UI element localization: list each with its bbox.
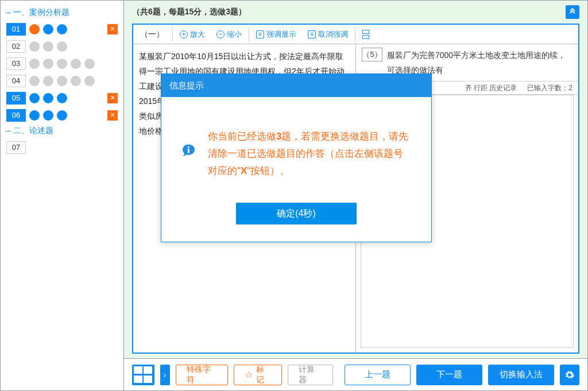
info-icon: [182, 135, 195, 166]
question-number[interactable]: 03: [6, 57, 26, 70]
dot-icon: [29, 59, 40, 69]
modal-message: 你当前已经选做3题，若需更换选做题目，请先清除一道已选做题目的作答（点击左侧该题…: [208, 128, 411, 180]
content-toolbar: （一） +放大 −缩小 ≡强调显示 ≡取消强调: [133, 25, 578, 44]
dot-icon: [43, 110, 53, 121]
special-chars-button[interactable]: 特殊字符: [176, 365, 229, 385]
clear-answer-button[interactable]: ×: [107, 110, 118, 121]
dot-icon: [29, 41, 40, 52]
progress-dots: [29, 41, 67, 52]
expand-arrow-button[interactable]: ›: [160, 365, 170, 385]
dot-icon: [57, 76, 67, 86]
bottom-bar: › 特殊字符 ☆标记 计算器 上一题 下一题 切换输入法: [124, 358, 587, 390]
part-label: （一）: [133, 29, 171, 40]
progress-dots: [29, 93, 67, 103]
plus-icon: +: [180, 30, 188, 38]
progress-dots: [29, 110, 67, 121]
modal-body: 你当前已经选做3题，若需更换选做题目，请先清除一道已选做题目的作答（点击左侧该题…: [161, 97, 431, 193]
split-icon: [362, 30, 369, 39]
unhighlight-icon: ≡: [308, 30, 316, 38]
section1-title: –一、案例分析题: [6, 7, 118, 18]
modal-footer: 确定(4秒): [161, 193, 431, 242]
ime-switch-button[interactable]: 切换输入法: [488, 365, 554, 385]
question-row[interactable]: 06×: [6, 109, 118, 122]
question-row[interactable]: 05×: [6, 91, 118, 105]
collapse-button[interactable]: [566, 5, 579, 19]
calculator-button[interactable]: 计算器: [288, 365, 332, 385]
dot-icon: [57, 110, 67, 121]
progress-dots: [29, 76, 95, 86]
minus-icon: −: [216, 30, 225, 38]
question-number[interactable]: 01: [6, 23, 26, 36]
mark-button[interactable]: ☆标记: [234, 365, 282, 385]
question-row[interactable]: 01×: [6, 22, 118, 36]
prev-question-button[interactable]: 上一题: [345, 365, 411, 385]
dot-icon: [57, 24, 67, 34]
char-count: 已输入字数：2: [527, 83, 572, 93]
highlight-icon: ≡: [256, 30, 264, 38]
info-modal: 信息提示 你当前已经选做3题，若需更换选做题目，请先清除一道已选做题目的作答（点…: [161, 73, 432, 242]
question-number[interactable]: 05: [6, 92, 26, 104]
zoom-out-button[interactable]: −缩小: [211, 26, 247, 43]
dot-icon: [29, 76, 40, 86]
instructions-bar: （共6题，每题15分，选做3题）: [124, 1, 587, 24]
dot-icon: [43, 41, 53, 52]
svg-point-1: [188, 146, 189, 148]
settings-button[interactable]: [560, 365, 579, 385]
dot-icon: [71, 76, 81, 86]
gear-icon: [564, 370, 575, 380]
dot-icon: [29, 93, 40, 103]
question-number[interactable]: 07: [6, 141, 26, 154]
question-grid-button[interactable]: [132, 365, 154, 385]
dot-icon: [43, 76, 53, 86]
clear-answer-button[interactable]: ×: [107, 93, 118, 103]
unemphasize-button[interactable]: ≡取消强调: [302, 26, 354, 43]
question-row[interactable]: 04: [6, 74, 118, 88]
question-number[interactable]: 02: [6, 40, 26, 53]
next-question-button[interactable]: 下一题: [416, 365, 482, 385]
instructions-text: （共6题，每题15分，选做3题）: [132, 7, 246, 17]
question-number[interactable]: 06: [6, 109, 26, 122]
question-number-box: （5）: [362, 48, 382, 61]
answer-toolbar-left[interactable]: 齐 行距 历史记录: [465, 83, 517, 93]
question-row[interactable]: 07: [6, 141, 118, 154]
question-row[interactable]: 03: [6, 57, 118, 71]
emphasize-button[interactable]: ≡强调显示: [250, 26, 302, 43]
svg-rect-2: [188, 149, 189, 153]
modal-title: 信息提示: [161, 74, 431, 97]
dot-icon: [71, 59, 81, 69]
dot-icon: [57, 93, 67, 103]
dot-icon: [43, 24, 53, 34]
clear-answer-button[interactable]: ×: [107, 24, 118, 34]
section2-title: –二、论述题: [6, 126, 118, 136]
dot-icon: [43, 93, 53, 103]
question-number[interactable]: 04: [6, 75, 26, 87]
zoom-in-button[interactable]: +放大: [174, 26, 211, 43]
split-view-button[interactable]: [357, 26, 375, 43]
progress-dots: [29, 24, 67, 34]
dot-icon: [29, 24, 40, 34]
dot-icon: [57, 59, 67, 69]
chevron-up-double-icon: [569, 7, 576, 14]
dot-icon: [84, 76, 95, 86]
dot-icon: [43, 59, 53, 69]
question-row[interactable]: 02: [6, 40, 118, 53]
dot-icon: [84, 59, 95, 69]
sidebar: –一、案例分析题 01×02030405×06× –二、论述题 07: [1, 1, 124, 390]
dot-icon: [29, 110, 40, 121]
dot-icon: [57, 41, 67, 52]
progress-dots: [29, 59, 95, 69]
star-icon: ☆: [245, 369, 253, 380]
modal-ok-button[interactable]: 确定(4秒): [236, 203, 357, 224]
